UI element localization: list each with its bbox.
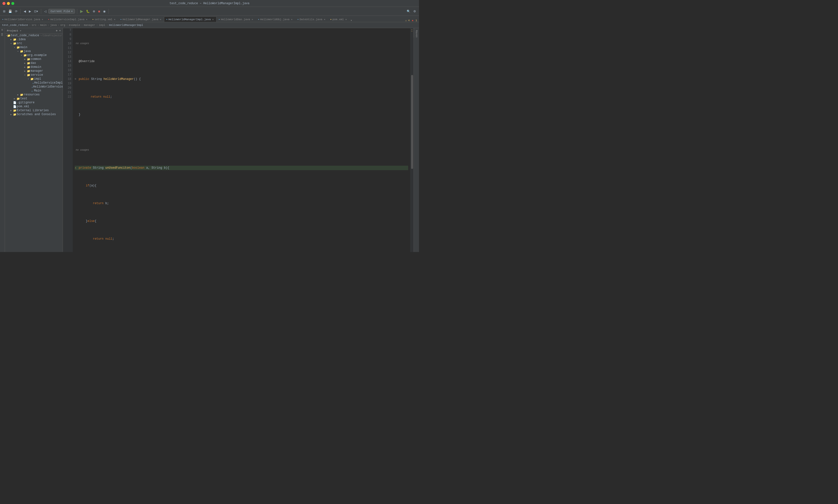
code-token: String (93, 166, 104, 170)
run-config-back[interactable]: ◁ (43, 9, 47, 14)
tab-close-icon[interactable]: ✕ (212, 18, 214, 21)
tab-HelloWorldService[interactable]: ● HelloWorldService.java ✕ (0, 17, 46, 22)
tree-domain[interactable]: ▶ 📁 domain (5, 65, 63, 69)
bc-sep: › (106, 24, 108, 26)
nav-back[interactable]: ◀ (23, 9, 27, 14)
tree-label: java (24, 50, 31, 53)
tab-close-icon[interactable]: ✕ (251, 18, 253, 21)
db-icon[interactable]: DB (1, 33, 4, 36)
tab-HelloWorldDao[interactable]: ● HelloWorldDao.java ✕ (216, 17, 256, 22)
bc-example[interactable]: example (69, 24, 80, 26)
coverage-button[interactable]: ⊕ (92, 9, 96, 14)
tree-src[interactable]: ▾ 📁 src (5, 41, 63, 46)
search-button[interactable]: 🔍 (406, 9, 411, 14)
stop-button[interactable]: ■ (97, 9, 101, 14)
tab-HelloWorldManager[interactable]: ● HelloWorldManager.java ✕ (118, 17, 164, 22)
toolbar-sync[interactable]: ⟳ (14, 9, 18, 14)
tree-pom[interactable]: ▶ 📄 pom.xml (5, 105, 63, 108)
tab-close-icon[interactable]: ✕ (345, 18, 347, 21)
bc-project[interactable]: test_code_reduce (2, 24, 28, 26)
tree-org-example[interactable]: ▾ 📁 org.example (5, 53, 63, 57)
root-path: ~/IdeaProjects/tc (40, 34, 63, 37)
toolbar: ⊞ 💾 ⟳ ◀ ▶ ⊡▾ ◁ Current File ▾ ▶ 🐛 ⊕ ■ ◉ … (0, 7, 419, 16)
tree-label: Main (34, 89, 41, 92)
tree-HelloWorldService[interactable]: ▶ ☕ HelloWorldService (5, 85, 63, 89)
bc-manager[interactable]: manager (84, 24, 95, 26)
code-content[interactable]: no usages @Override ⊙ public String hell… (73, 28, 410, 252)
tree-manager[interactable]: ▶ 📁 manager (5, 69, 63, 73)
tree-label: main (20, 46, 28, 49)
tree-label: service (31, 73, 43, 77)
line-hint: ⚠ (75, 166, 79, 170)
java-icon: ● (120, 18, 122, 20)
tab-setting[interactable]: ● setting.xml ✕ (90, 17, 118, 22)
tree-service[interactable]: ▾ 📁 service (5, 73, 63, 77)
bc-java[interactable]: java (50, 24, 57, 26)
tree-HelloServiceImpl[interactable]: ▶ ☕ HelloServiceImpl (5, 81, 63, 85)
tree-gitignore[interactable]: ▶ 📄 .gitignore (5, 101, 63, 105)
nav-forward[interactable]: ▶ (28, 9, 32, 14)
tab-label: setting.xml (94, 18, 112, 21)
tab-DateUtils[interactable]: ● DateUtils.java ✕ (295, 17, 328, 22)
tab-close-icon[interactable]: ✕ (41, 18, 44, 21)
more-tabs-button[interactable]: ▾ (350, 19, 353, 22)
scrollbar-thumb[interactable] (411, 75, 413, 169)
tree-resources[interactable]: ▶ 📁 resources (5, 93, 63, 97)
tree-main[interactable]: ▾ 📁 main (5, 46, 63, 49)
tree-root[interactable]: ▾ 📁 test_code_reduce ~/IdeaProjects/tc (5, 34, 63, 37)
toolbar-save[interactable]: 💾 (7, 9, 13, 14)
tab-pom[interactable]: ● pom.xml ✕ (328, 17, 350, 22)
tree-external-libraries[interactable]: ▶ 📁 External Libraries (5, 108, 63, 112)
file-tree-sidebar: Project ▾ ⚙ ≡ ▾ 📁 test_code_reduce ~/Ide… (5, 28, 63, 252)
tab-close-icon[interactable]: ✕ (86, 18, 88, 21)
bc-file[interactable]: HelloWorldManagerImpl (109, 24, 143, 26)
code-token: public (79, 77, 89, 82)
debug-button[interactable]: 🐛 (85, 9, 91, 14)
settings-button[interactable]: ⚙ (412, 9, 417, 14)
sidebar-options-icon[interactable]: ≡ (59, 30, 61, 32)
current-file-dropdown[interactable]: Current File ▾ (48, 9, 75, 14)
tree-impl-service[interactable]: ▾ 📁 impl (5, 77, 63, 81)
toolbar-back[interactable]: ⊞ (2, 9, 6, 14)
code-token: return (79, 201, 104, 206)
tab-HelloServiceImpl[interactable]: ● HelloServiceImpl.java ✕ (46, 17, 90, 22)
code-token (104, 237, 105, 241)
tab-close-icon[interactable]: ✕ (323, 18, 326, 21)
tab-HelloWorldObj[interactable]: ● HelloWorldObj.java ✕ (256, 17, 295, 22)
tree-scratches[interactable]: ▶ 📁 Scratches and Consoles (5, 112, 63, 116)
profile-button[interactable]: ◉ (102, 9, 107, 14)
tree-common[interactable]: ▶ 📁 common (5, 57, 63, 61)
tree-Main[interactable]: ▶ ☕ Main (5, 89, 63, 93)
bc-impl[interactable]: impl (99, 24, 105, 26)
tab-label: DateUtils.java (300, 18, 322, 21)
tab-close-icon[interactable]: ✕ (290, 18, 293, 21)
sidebar-header: Project ▾ ⚙ ≡ (5, 28, 63, 34)
code-editor[interactable]: 7 8 9 10 11 12 13 14 15 16 17 18 19 20 2… (63, 28, 414, 252)
tab-close-icon[interactable]: ✕ (159, 18, 162, 21)
sidebar-settings-icon[interactable]: ⚙ (56, 29, 57, 32)
tab-label: pom.xml (333, 18, 344, 21)
bc-main[interactable]: main (40, 24, 47, 26)
tree-test[interactable]: ▶ 📁 test (5, 97, 63, 101)
tree-idea[interactable]: ▶ 📁 .idea (5, 37, 63, 41)
maven-panel-tab[interactable]: Maven (414, 28, 419, 37)
tab-close-icon[interactable]: ✕ (113, 18, 116, 21)
tree-label: domain (31, 65, 41, 69)
minimize-button[interactable] (7, 2, 10, 5)
sep4 (108, 9, 109, 14)
project-icon[interactable]: ⊞ (1, 29, 4, 31)
run-button[interactable]: ▶ (79, 8, 84, 14)
tree-java[interactable]: ▾ 📁 java (5, 49, 63, 53)
bc-org[interactable]: org (60, 24, 65, 26)
nav-recent[interactable]: ⊡▾ (33, 9, 39, 14)
current-file-label: Current File (51, 10, 70, 13)
code-token: ; (110, 95, 112, 99)
vertical-scrollbar[interactable]: — — (410, 28, 414, 252)
bc-src[interactable]: src (32, 24, 36, 26)
tree-dao[interactable]: ▶ 📁 dao (5, 61, 63, 65)
close-button[interactable] (2, 2, 5, 5)
titlebar: test_code_reduce – HelloWorldManagerImpl… (0, 0, 419, 7)
tab-HelloWorldManagerImpl[interactable]: ● HelloWorldManagerImpl.java ✕ (164, 17, 216, 22)
maximize-button[interactable] (11, 2, 14, 5)
code-token (101, 95, 103, 99)
